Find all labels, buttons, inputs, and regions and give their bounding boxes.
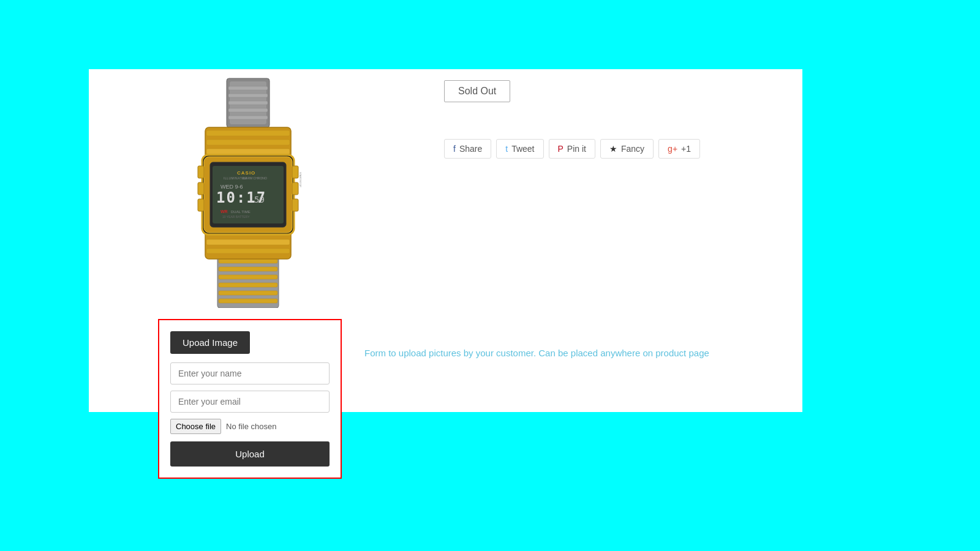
- email-input[interactable]: [170, 391, 330, 413]
- share-label: Share: [459, 144, 482, 154]
- svg-text:DUAL TIME: DUAL TIME: [231, 210, 251, 214]
- sold-out-button: Sold Out: [444, 80, 510, 102]
- google-plus-icon: g+: [668, 144, 677, 154]
- share-button[interactable]: f Share: [444, 139, 491, 159]
- product-image-area: CASIO ILLUMINATOR ALARM CHRONO WED 9-6 1…: [89, 69, 407, 314]
- upload-form-container: Upoad Image Choose file No file chosen U…: [158, 319, 342, 479]
- svg-rect-21: [206, 239, 290, 245]
- svg-rect-37: [198, 182, 204, 195]
- pin-button[interactable]: P Pin it: [549, 139, 595, 159]
- pin-label: Pin it: [567, 144, 586, 154]
- svg-rect-39: [292, 166, 298, 178]
- watch-image: CASIO ILLUMINATOR ALARM CHRONO WED 9-6 1…: [132, 75, 364, 308]
- upload-image-button[interactable]: Upoad Image: [170, 331, 250, 354]
- no-file-text: No file chosen: [226, 422, 276, 431]
- svg-rect-15: [206, 130, 290, 136]
- svg-rect-13: [219, 299, 277, 303]
- svg-rect-40: [292, 182, 298, 195]
- svg-rect-11: [219, 283, 277, 287]
- fancy-label: Fancy: [621, 144, 644, 154]
- svg-rect-5: [228, 108, 268, 112]
- social-buttons: f Share t Tweet P Pin it ★ Fancy g+ +1: [444, 139, 799, 159]
- form-description: Form to upload pictures by your customer…: [364, 348, 709, 358]
- page-container: CASIO ILLUMINATOR ALARM CHRONO WED 9-6 1…: [89, 69, 802, 412]
- svg-rect-38: [198, 199, 204, 211]
- svg-text:59: 59: [254, 195, 265, 204]
- svg-rect-12: [219, 291, 277, 295]
- pinterest-icon: P: [558, 144, 564, 154]
- svg-text:10 YEAR BATTERY: 10 YEAR BATTERY: [222, 215, 250, 219]
- fancy-icon: ★: [609, 144, 617, 154]
- svg-rect-6: [228, 116, 268, 119]
- svg-rect-9: [219, 267, 277, 271]
- svg-text:CASIO: CASIO: [237, 170, 255, 176]
- gplus-label: +1: [681, 144, 691, 154]
- twitter-icon: t: [505, 144, 508, 154]
- svg-rect-8: [219, 259, 277, 263]
- tweet-label: Tweet: [511, 144, 534, 154]
- svg-rect-17: [206, 149, 290, 154]
- svg-rect-10: [219, 275, 277, 279]
- svg-text:START/STOP: START/STOP: [299, 172, 302, 187]
- file-input-row: Choose file No file chosen: [170, 419, 330, 434]
- svg-rect-3: [228, 94, 268, 97]
- upload-button[interactable]: Upload: [170, 441, 330, 467]
- svg-rect-16: [206, 140, 290, 145]
- svg-rect-41: [292, 199, 298, 211]
- tweet-button[interactable]: t Tweet: [496, 139, 543, 159]
- svg-rect-22: [206, 249, 290, 253]
- svg-text:ALARM CHRONO: ALARM CHRONO: [242, 176, 267, 180]
- facebook-icon: f: [453, 144, 456, 154]
- svg-text:WR: WR: [221, 209, 228, 214]
- gplus-button[interactable]: g+ +1: [658, 139, 700, 159]
- svg-rect-2: [228, 86, 268, 90]
- choose-file-button[interactable]: Choose file: [170, 419, 221, 434]
- svg-rect-36: [198, 166, 204, 178]
- name-input[interactable]: [170, 362, 330, 384]
- product-right: Sold Out f Share t Tweet P Pin it ★ Fanc…: [444, 69, 799, 159]
- svg-rect-4: [228, 101, 268, 105]
- fancy-button[interactable]: ★ Fancy: [600, 139, 654, 159]
